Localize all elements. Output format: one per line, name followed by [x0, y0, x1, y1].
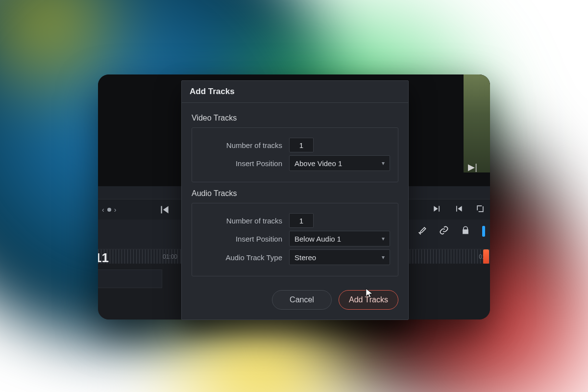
track-color-accent — [482, 226, 485, 237]
button-label: Add Tracks — [349, 295, 388, 304]
video-num-tracks-input[interactable] — [289, 138, 314, 152]
preview-thumbnail — [464, 74, 490, 172]
video-tracks-heading: Video Tracks — [192, 114, 398, 122]
next-arrow-icon[interactable]: › — [114, 206, 117, 214]
audio-num-tracks-input[interactable] — [289, 213, 314, 228]
marker-dot-icon[interactable] — [107, 208, 111, 212]
prev-arrow-icon[interactable]: ‹ — [102, 206, 104, 214]
audio-num-tracks-label: Number of tracks — [200, 217, 289, 225]
link-icon[interactable] — [439, 225, 449, 237]
lock-icon[interactable] — [461, 225, 470, 237]
button-label: Cancel — [290, 295, 314, 304]
ruler-marker: 01:00 — [163, 253, 177, 260]
next-frame-button[interactable] — [432, 204, 442, 216]
crop-icon[interactable] — [475, 204, 485, 216]
chevron-down-icon: ▾ — [382, 160, 385, 167]
dialog-title: Add Tracks — [182, 81, 408, 103]
video-tracks-group: Number of tracks Insert Position Above V… — [192, 127, 398, 182]
audio-insert-position-value: Below Audio 1 — [294, 235, 341, 243]
add-tracks-button[interactable]: Add Tracks — [339, 290, 398, 310]
audio-track-type-select[interactable]: Stereo ▾ — [289, 249, 390, 265]
audio-track-type-value: Stereo — [294, 253, 316, 262]
video-insert-position-select[interactable]: Above Video 1 ▾ — [289, 155, 390, 171]
audio-tracks-heading: Audio Tracks — [192, 189, 398, 198]
audio-track-type-label: Audio Track Type — [200, 253, 289, 262]
audio-insert-position-select[interactable]: Below Audio 1 ▾ — [289, 231, 390, 246]
audio-tracks-group: Number of tracks Insert Position Below A… — [192, 203, 398, 276]
audio-insert-position-label: Insert Position — [200, 235, 289, 243]
rewind-button[interactable] — [158, 203, 171, 218]
video-num-tracks-label: Number of tracks — [200, 141, 289, 149]
add-tracks-dialog: Add Tracks Video Tracks Number of tracks… — [181, 80, 409, 320]
video-insert-position-value: Above Video 1 — [294, 159, 342, 168]
skip-to-end-icon[interactable]: ▶| — [468, 162, 477, 172]
clip-edge[interactable] — [483, 249, 489, 264]
prev-frame-button[interactable] — [454, 204, 464, 216]
chevron-down-icon: ▾ — [382, 254, 385, 261]
video-insert-position-label: Insert Position — [200, 159, 289, 168]
blade-tool-icon[interactable] — [417, 225, 427, 237]
cancel-button[interactable]: Cancel — [272, 290, 332, 310]
chevron-down-icon: ▾ — [382, 235, 385, 242]
track-header[interactable] — [98, 270, 162, 288]
